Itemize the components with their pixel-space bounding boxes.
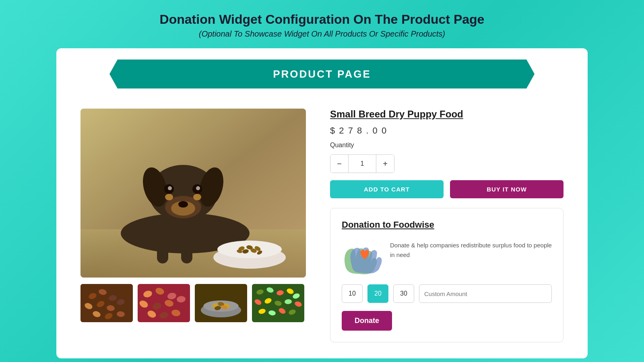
product-name: Small Breed Dry Puppy Food [330, 109, 564, 120]
donation-amount-10[interactable]: 10 [342, 284, 363, 303]
product-page-banner: PRODUCT PAGE [109, 60, 535, 88]
donation-amount-20[interactable]: 20 [367, 284, 388, 303]
quantity-decrease-button[interactable]: − [330, 155, 348, 173]
product-content: Small Breed Dry Puppy Food $ 2 7 8 . 0 0… [56, 97, 588, 342]
buy-now-button[interactable]: BUY IT NOW [450, 180, 564, 198]
donation-amounts: 10 20 30 [342, 284, 552, 303]
thumbnail-2[interactable] [138, 284, 190, 322]
thumbnail-row [80, 284, 306, 322]
svg-point-10 [168, 186, 172, 190]
thumbnail-4[interactable] [252, 284, 304, 322]
quantity-control: − 1 + [330, 154, 394, 173]
svg-point-11 [196, 186, 200, 190]
svg-rect-16 [157, 241, 168, 263]
donate-button[interactable]: Donate [342, 311, 392, 331]
page-header: Donation Widget Configuration On The Pro… [160, 12, 485, 39]
banner-label: PRODUCT PAGE [273, 68, 371, 80]
svg-point-13 [193, 194, 201, 200]
page-subtitle: (Optional To Showcase Widget On All Prod… [160, 29, 485, 39]
main-product-image [80, 109, 306, 278]
donation-widget: Donation to Foodwise Donate & he [330, 208, 564, 342]
action-buttons: ADD TO CART BUY IT NOW [330, 180, 564, 198]
quantity-increase-button[interactable]: + [376, 155, 394, 173]
thumbnail-1[interactable] [80, 284, 133, 322]
svg-point-12 [165, 194, 173, 200]
quantity-value: 1 [348, 155, 376, 173]
page-title: Donation Widget Configuration On The Pro… [160, 12, 485, 27]
donation-body: Donate & help companies redistribute sur… [342, 237, 552, 276]
product-price: $ 2 7 8 . 0 0 [330, 125, 564, 136]
donation-custom-amount-input[interactable] [419, 284, 552, 303]
donation-amount-30[interactable]: 30 [393, 284, 414, 303]
thumbnail-3[interactable] [195, 284, 247, 322]
quantity-label: Quantity [330, 142, 564, 149]
donation-icon [342, 237, 382, 276]
product-images [80, 109, 306, 342]
add-to-cart-button[interactable]: ADD TO CART [330, 180, 444, 198]
svg-point-15 [178, 201, 188, 208]
product-info: Small Breed Dry Puppy Food $ 2 7 8 . 0 0… [330, 109, 564, 342]
product-card: PRODUCT PAGE [56, 48, 588, 358]
donation-description: Donate & help companies redistribute sur… [390, 237, 552, 260]
svg-rect-17 [181, 241, 192, 263]
donation-title: Donation to Foodwise [342, 220, 552, 230]
